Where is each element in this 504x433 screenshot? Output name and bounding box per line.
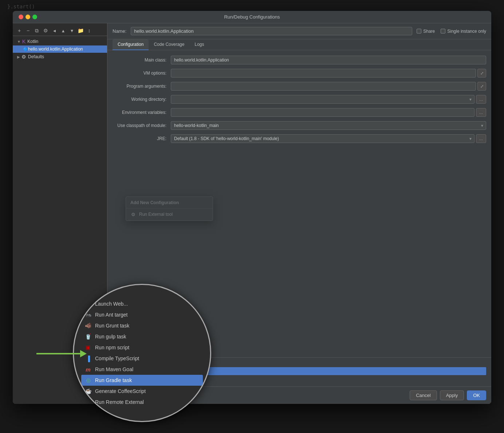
main-class-value[interactable]: hello.world.kotlin.Application — [171, 56, 486, 64]
circle-item-run-gulp[interactable]: 🥤 Run gulp task — [81, 331, 203, 342]
env-vars-input[interactable] — [171, 108, 475, 117]
name-label: Name: — [113, 28, 126, 34]
circle-item-run-maven[interactable]: m Run Maven Goal — [81, 364, 203, 375]
classpath-select[interactable]: hello-world-kotlin_main — [171, 121, 486, 130]
share-checkbox-wrap[interactable]: Share — [417, 29, 435, 34]
folder-button[interactable]: 📁 — [77, 27, 84, 34]
env-vars-browse-button[interactable]: … — [476, 108, 486, 117]
vm-options-expand-button[interactable]: ⤢ — [477, 69, 486, 78]
share-label: Share — [423, 29, 435, 34]
share-checkbox[interactable] — [417, 29, 421, 33]
program-args-expand-button[interactable]: ⤢ — [477, 82, 486, 91]
vm-options-label: VM options: — [113, 71, 171, 76]
circle-annotation: 🌐 Launch Web... 🐜 Run Ant target 🐗 Run G… — [73, 284, 211, 422]
single-instance-checkbox[interactable] — [441, 29, 445, 33]
program-args-input-group: ⤢ — [171, 82, 486, 91]
working-dir-input-group: ▼ … — [171, 95, 486, 104]
run-ant-icon: 🐜 — [85, 311, 91, 318]
tab-configuration[interactable]: Configuration — [113, 39, 149, 50]
classpath-select-container: hello-world-kotlin_main ▼ — [171, 121, 486, 130]
run-maven-icon: m — [85, 366, 91, 373]
ok-button[interactable]: OK — [467, 390, 486, 400]
apply-button[interactable]: Apply — [440, 390, 464, 400]
window-controls — [19, 15, 37, 19]
circle-item-run-ant[interactable]: 🐜 Run Ant target — [81, 309, 203, 320]
vm-options-input-group: ⤢ — [171, 69, 486, 78]
single-instance-checkbox-wrap[interactable]: Single instance only — [441, 29, 486, 34]
launch-web-label: Launch Web... — [95, 301, 128, 307]
kotlin-group-label: Kotlin — [27, 39, 38, 44]
title-bar: Run/Debug Configurations — [13, 11, 491, 23]
program-args-row: Program arguments: ⤢ — [113, 82, 486, 91]
cancel-button[interactable]: Cancel — [410, 390, 437, 400]
circle-item-run-npm[interactable]: ▣ Run npm script — [81, 342, 203, 353]
run-external-icon: ⚙ — [130, 211, 136, 217]
jre-browse-button[interactable]: … — [476, 134, 486, 143]
circle-item-compile-ts[interactable]: ▐ Compile TypeScript — [81, 353, 203, 364]
run-gulp-label: Run gulp task — [95, 334, 126, 339]
circle-item-run-remote[interactable]: ⚙ Run Remote External — [81, 397, 203, 408]
name-row: Name: Share Single instance only — [107, 23, 491, 39]
single-instance-label: Single instance only — [447, 29, 486, 34]
tab-code-coverage[interactable]: Code Coverage — [149, 39, 189, 50]
jre-row: JRE: Default (1.8 - SDK of 'hello-world-… — [113, 134, 486, 143]
run-maven-label: Run Maven Goal — [95, 366, 133, 372]
vm-options-input[interactable] — [171, 69, 476, 78]
application-icon: 🔷 — [23, 47, 28, 52]
circle-inner: 🌐 Launch Web... 🐜 Run Ant target 🐗 Run G… — [74, 298, 210, 408]
kotlin-expand-arrow: ▼ — [17, 40, 21, 44]
add-new-config-label: Add New Configuration — [130, 200, 179, 205]
circle-item-launch-web[interactable]: 🌐 Launch Web... — [81, 298, 203, 309]
defaults-expand-arrow: ▶ — [17, 55, 20, 59]
main-class-row: Main class: hello.world.kotlin.Applicati… — [113, 55, 486, 65]
add-config-button[interactable]: + — [16, 27, 23, 34]
compile-ts-label: Compile TypeScript — [95, 355, 139, 361]
defaults-label: Defaults — [28, 54, 44, 59]
program-args-label: Program arguments: — [113, 84, 171, 89]
sidebar-item-defaults[interactable]: ▶ ⚙ Defaults — [13, 53, 107, 61]
generate-coffee-label: Generate CoffeeScript — [95, 388, 146, 394]
copy-config-button[interactable]: ⧉ — [33, 27, 40, 34]
application-label: hello.world.kotlin.Application — [28, 47, 83, 52]
working-dir-select[interactable] — [171, 95, 475, 104]
sidebar-toolbar: + − ⧉ ⚙ ◂ ▴ ▾ 📁 ↕ — [13, 25, 107, 36]
sidebar-item-application[interactable]: 🔷 hello.world.kotlin.Application — [13, 45, 107, 53]
maximize-button[interactable] — [32, 15, 37, 19]
env-vars-input-group: … — [171, 108, 486, 117]
remove-config-button[interactable]: − — [24, 27, 32, 34]
arrow-down-button[interactable]: ▾ — [68, 27, 75, 34]
dropdown-add-new-config: Add New Configuration — [126, 198, 213, 207]
name-input[interactable] — [131, 27, 412, 35]
circle-item-run-gradle[interactable]: ◎ Run Gradle task — [81, 375, 203, 386]
dropdown-run-external[interactable]: ⚙ Run External tool — [126, 210, 213, 219]
tab-logs[interactable]: Logs — [189, 39, 209, 50]
sort-button[interactable]: ↕ — [86, 27, 93, 34]
circle-item-generate-coffee[interactable]: ☕ Generate CoffeeScript — [81, 386, 203, 397]
kotlin-icon: K — [22, 39, 25, 44]
jre-select-container: Default (1.8 - SDK of 'hello-world-kotli… — [171, 134, 475, 143]
minimize-button[interactable] — [25, 15, 30, 19]
working-dir-browse-button[interactable]: … — [476, 95, 486, 104]
working-dir-label: Working directory: — [113, 97, 171, 102]
jre-input-group: Default (1.8 - SDK of 'hello-world-kotli… — [171, 134, 486, 143]
sidebar-item-kotlin[interactable]: ▼ K Kotlin — [13, 37, 107, 45]
jre-label: JRE: — [113, 136, 171, 141]
settings-button[interactable]: ⚙ — [42, 27, 49, 34]
close-button[interactable] — [19, 15, 23, 19]
run-grunt-icon: 🐗 — [85, 322, 91, 329]
classpath-row: Use classpath of module: hello-world-kot… — [113, 121, 486, 130]
program-args-input[interactable] — [171, 82, 476, 91]
run-npm-label: Run npm script — [95, 345, 129, 350]
dialog-title: Run/Debug Configurations — [224, 14, 280, 20]
arrow-up-button[interactable]: ▴ — [59, 27, 67, 34]
working-dir-row: Working directory: ▼ … — [113, 95, 486, 104]
jre-select[interactable]: Default (1.8 - SDK of 'hello-world-kotli… — [171, 134, 475, 143]
circle-item-run-grunt[interactable]: 🐗 Run Grunt task — [81, 320, 203, 331]
dropdown-separator-1 — [126, 208, 213, 208]
vm-options-row: VM options: ⤢ — [113, 68, 486, 78]
arrow-left-button[interactable]: ◂ — [51, 27, 58, 34]
working-dir-select-container: ▼ — [171, 95, 475, 104]
run-gulp-icon: 🥤 — [85, 333, 91, 340]
run-gradle-label: Run Gradle task — [95, 377, 132, 383]
share-area: Share Single instance only — [417, 29, 486, 34]
